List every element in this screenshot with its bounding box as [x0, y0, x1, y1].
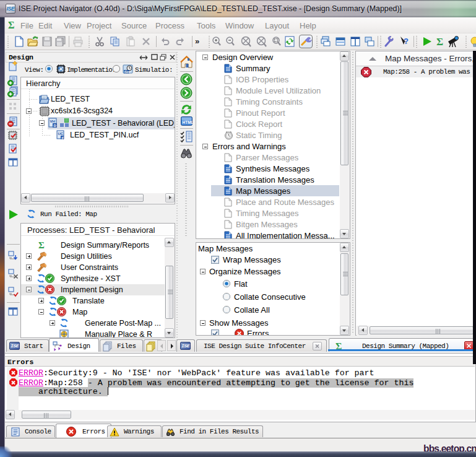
svg-text:HTML: HTML	[183, 120, 193, 124]
svg-text:Σ: Σ	[436, 36, 443, 47]
svg-text:D: D	[54, 124, 57, 128]
svg-text:iSim: iSim	[124, 71, 131, 74]
svg-text:?: ?	[404, 37, 409, 46]
svg-text:UC: UC	[58, 132, 64, 136]
svg-text:F: F	[62, 136, 64, 140]
svg-text:VH: VH	[50, 120, 55, 123]
svg-text:Σ: Σ	[38, 240, 45, 250]
svg-text:Σ: Σ	[8, 20, 14, 30]
